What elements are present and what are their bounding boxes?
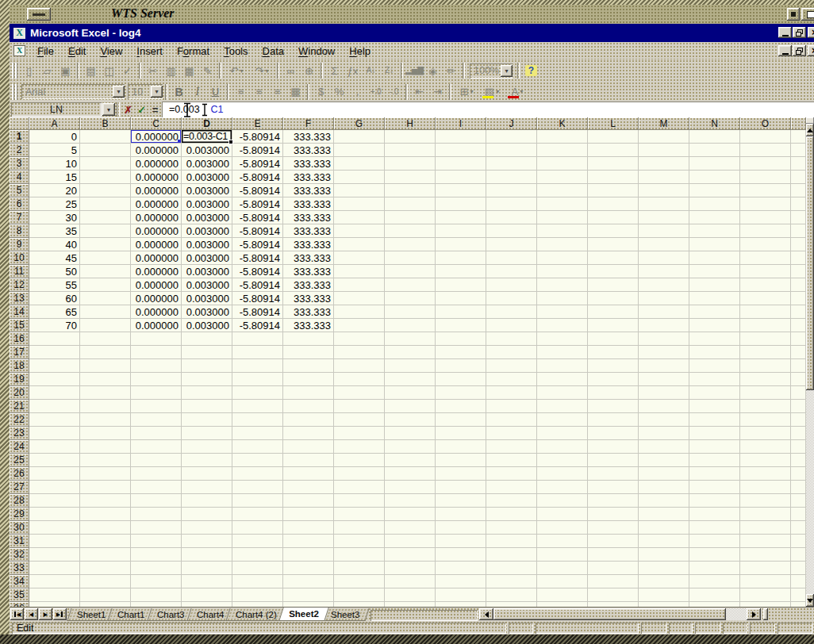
menu-format[interactable]: Format xyxy=(170,43,217,59)
cell-D1[interactable]: =0.003-C1 xyxy=(182,130,232,144)
toolbar-grip[interactable] xyxy=(12,84,17,100)
cell-I23[interactable] xyxy=(436,427,486,440)
column-header-C[interactable]: C xyxy=(131,117,182,130)
scroll-right-button[interactable] xyxy=(747,608,761,620)
cell-K12[interactable] xyxy=(537,278,588,292)
cell-D18[interactable] xyxy=(182,359,232,373)
cell-I12[interactable] xyxy=(436,278,486,292)
row-header-19[interactable]: 19 xyxy=(10,373,29,386)
cell-M11[interactable] xyxy=(639,265,689,278)
decrease-decimal-button[interactable]: -.0 xyxy=(385,83,403,101)
column-header-F[interactable]: F xyxy=(283,117,334,130)
row-header-23[interactable]: 23 xyxy=(10,427,29,440)
cell-M4[interactable] xyxy=(639,171,689,184)
cell-J4[interactable] xyxy=(486,171,537,184)
cell-M21[interactable] xyxy=(639,400,689,413)
cell-F25[interactable] xyxy=(283,454,334,467)
cell-A10[interactable]: 45 xyxy=(29,251,80,265)
cell-H23[interactable] xyxy=(385,427,436,440)
autosum-button[interactable]: Σ xyxy=(325,62,344,79)
cell-D25[interactable] xyxy=(182,454,232,467)
cell-C24[interactable] xyxy=(131,440,182,454)
workbook-icon[interactable]: X xyxy=(13,45,25,56)
cell-I31[interactable] xyxy=(436,535,486,548)
cell-I22[interactable] xyxy=(436,413,486,427)
cell-L1[interactable] xyxy=(588,130,639,144)
cell-partial-4[interactable] xyxy=(791,171,806,184)
cell-M19[interactable] xyxy=(639,373,689,386)
cell-N9[interactable] xyxy=(689,238,740,251)
cell-C4[interactable]: 0.000000 xyxy=(131,171,182,184)
cell-G23[interactable] xyxy=(334,427,385,440)
cell-J6[interactable] xyxy=(486,197,537,211)
column-header-H[interactable]: H xyxy=(385,117,436,130)
row-header-15[interactable]: 15 xyxy=(10,319,29,332)
cell-K32[interactable] xyxy=(537,548,588,562)
cell-I33[interactable] xyxy=(436,562,486,575)
cell-D24[interactable] xyxy=(182,440,232,454)
cell-K5[interactable] xyxy=(537,184,588,197)
next-sheet-button[interactable]: ▶ xyxy=(39,608,52,620)
cell-A24[interactable] xyxy=(29,440,80,454)
cell-K23[interactable] xyxy=(537,427,588,440)
cell-I4[interactable] xyxy=(436,171,486,184)
row-header-9[interactable]: 9 xyxy=(10,238,29,251)
cell-B6[interactable] xyxy=(80,197,131,211)
cell-C5[interactable]: 0.000000 xyxy=(131,184,182,197)
cell-partial-1[interactable] xyxy=(791,130,806,144)
cell-K22[interactable] xyxy=(537,413,588,427)
cell-K1[interactable] xyxy=(537,130,588,144)
chevron-down-icon[interactable]: ▾ xyxy=(113,86,125,98)
cell-A7[interactable]: 30 xyxy=(29,211,80,224)
row-header-25[interactable]: 25 xyxy=(10,454,29,467)
comma-style-button[interactable]: , xyxy=(348,83,367,101)
row-header-8[interactable]: 8 xyxy=(10,224,29,238)
cell-H35[interactable] xyxy=(385,588,436,602)
cell-D26[interactable] xyxy=(182,467,232,481)
align-center-button[interactable]: ≡ xyxy=(250,83,268,101)
cell-I10[interactable] xyxy=(436,251,486,265)
cell-N12[interactable] xyxy=(689,278,740,292)
cell-B13[interactable] xyxy=(80,292,131,305)
cell-O5[interactable] xyxy=(740,184,791,197)
cell-partial-2[interactable] xyxy=(791,144,806,157)
cell-D28[interactable] xyxy=(182,494,232,508)
cell-D21[interactable] xyxy=(182,400,232,413)
scroll-down-button[interactable] xyxy=(806,594,814,607)
cell-B29[interactable] xyxy=(80,508,131,521)
cell-E19[interactable] xyxy=(232,373,283,386)
cell-L18[interactable] xyxy=(588,359,639,373)
select-all-button[interactable] xyxy=(10,117,29,130)
cell-B12[interactable] xyxy=(80,278,131,292)
zoom-combobox[interactable]: 100% ▾ xyxy=(470,63,513,79)
cell-L27[interactable] xyxy=(588,481,639,494)
cell-N14[interactable] xyxy=(689,305,740,319)
cell-J24[interactable] xyxy=(486,440,537,454)
cell-partial-31[interactable] xyxy=(791,535,806,548)
cell-F22[interactable] xyxy=(283,413,334,427)
cell-I15[interactable] xyxy=(436,319,486,332)
cell-O26[interactable] xyxy=(740,467,791,481)
cell-I8[interactable] xyxy=(436,224,486,238)
cell-C12[interactable]: 0.000000 xyxy=(131,278,182,292)
cell-G32[interactable] xyxy=(334,548,385,562)
cell-O24[interactable] xyxy=(740,440,791,454)
chevron-down-icon[interactable]: ▾ xyxy=(496,88,499,95)
cell-H33[interactable] xyxy=(385,562,436,575)
cell-J2[interactable] xyxy=(486,144,537,157)
cell-partial-20[interactable] xyxy=(791,386,806,400)
cell-J13[interactable] xyxy=(486,292,537,305)
cell-M5[interactable] xyxy=(639,184,689,197)
cell-N27[interactable] xyxy=(689,481,740,494)
vertical-scroll-track[interactable] xyxy=(806,390,814,594)
cell-K10[interactable] xyxy=(537,251,588,265)
cell-D27[interactable] xyxy=(182,481,232,494)
insert-hyperlink-button[interactable]: ∞ xyxy=(282,62,300,79)
cell-E4[interactable]: -5.80914 xyxy=(232,171,283,184)
cell-N15[interactable] xyxy=(689,319,740,332)
app-minimize-button[interactable] xyxy=(778,27,792,38)
cell-C14[interactable]: 0.000000 xyxy=(131,305,182,319)
cell-F12[interactable]: 333.333 xyxy=(283,278,334,292)
cell-N24[interactable] xyxy=(689,440,740,454)
tab-split-handle[interactable] xyxy=(763,608,768,620)
